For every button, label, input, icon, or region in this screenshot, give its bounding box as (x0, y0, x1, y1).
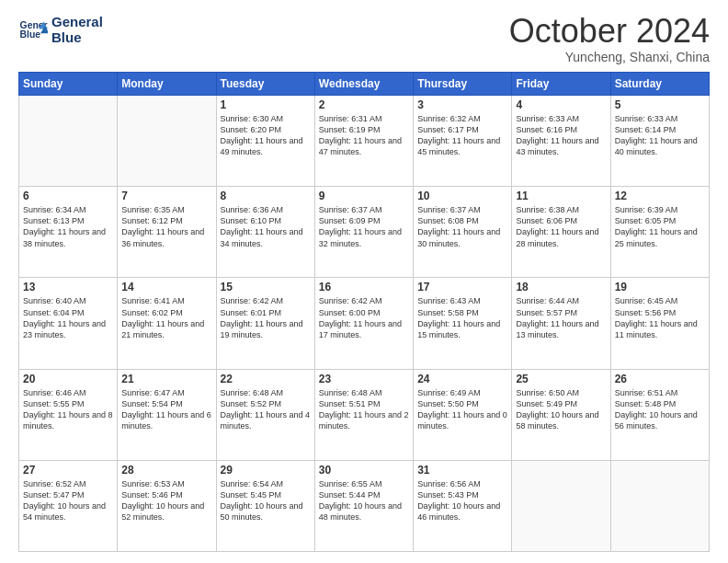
day-number: 11 (516, 190, 606, 202)
calendar-cell: 2Sunrise: 6:31 AM Sunset: 6:19 PM Daylig… (314, 96, 413, 187)
calendar-cell: 21Sunrise: 6:47 AM Sunset: 5:54 PM Dayli… (118, 369, 216, 460)
calendar-week-row: 13Sunrise: 6:40 AM Sunset: 6:04 PM Dayli… (19, 278, 710, 369)
calendar-week-row: 20Sunrise: 6:46 AM Sunset: 5:55 PM Dayli… (19, 369, 710, 460)
day-info: Sunrise: 6:42 AM Sunset: 6:01 PM Dayligh… (221, 295, 311, 340)
calendar-week-row: 27Sunrise: 6:52 AM Sunset: 5:47 PM Dayli… (19, 460, 710, 551)
day-info: Sunrise: 6:55 AM Sunset: 5:44 PM Dayligh… (319, 478, 409, 523)
day-number: 31 (417, 464, 507, 477)
logo: General Blue General Blue (18, 15, 103, 45)
day-number: 24 (417, 373, 507, 385)
calendar-cell: 9Sunrise: 6:37 AM Sunset: 6:09 PM Daylig… (314, 187, 413, 278)
weekday-header-saturday: Saturday (610, 73, 709, 96)
day-info: Sunrise: 6:54 AM Sunset: 5:45 PM Dayligh… (221, 478, 311, 523)
day-number: 1 (221, 98, 311, 111)
day-number: 10 (417, 190, 507, 202)
calendar-cell: 19Sunrise: 6:45 AM Sunset: 5:56 PM Dayli… (610, 278, 709, 369)
day-info: Sunrise: 6:33 AM Sunset: 6:14 PM Dayligh… (615, 113, 705, 158)
day-info: Sunrise: 6:44 AM Sunset: 5:57 PM Dayligh… (516, 295, 606, 340)
day-number: 17 (417, 281, 507, 293)
calendar-cell: 3Sunrise: 6:32 AM Sunset: 6:17 PM Daylig… (414, 96, 512, 187)
calendar-cell: 14Sunrise: 6:41 AM Sunset: 6:02 PM Dayli… (118, 278, 216, 369)
month-title: October 2024 (509, 15, 710, 48)
day-info: Sunrise: 6:46 AM Sunset: 5:55 PM Dayligh… (23, 387, 113, 432)
calendar-cell: 26Sunrise: 6:51 AM Sunset: 5:48 PM Dayli… (610, 369, 709, 460)
calendar-cell: 11Sunrise: 6:38 AM Sunset: 6:06 PM Dayli… (512, 187, 610, 278)
logo-icon: General Blue (18, 16, 48, 45)
calendar-week-row: 6Sunrise: 6:34 AM Sunset: 6:13 PM Daylig… (19, 187, 710, 278)
day-number: 20 (23, 373, 113, 385)
calendar-cell: 15Sunrise: 6:42 AM Sunset: 6:01 PM Dayli… (216, 278, 314, 369)
day-number: 22 (221, 373, 311, 385)
day-number: 19 (615, 281, 705, 293)
calendar-cell: 23Sunrise: 6:48 AM Sunset: 5:51 PM Dayli… (314, 369, 413, 460)
day-info: Sunrise: 6:45 AM Sunset: 5:56 PM Dayligh… (615, 295, 705, 340)
location: Yuncheng, Shanxi, China (509, 50, 710, 64)
calendar-cell: 12Sunrise: 6:39 AM Sunset: 6:05 PM Dayli… (610, 187, 709, 278)
day-info: Sunrise: 6:35 AM Sunset: 6:12 PM Dayligh… (121, 204, 211, 249)
day-number: 16 (319, 281, 409, 293)
day-number: 4 (516, 98, 606, 111)
calendar-cell (610, 460, 709, 551)
day-number: 29 (221, 464, 311, 477)
page: General Blue General Blue October 2024 Y… (0, 0, 728, 563)
day-number: 2 (319, 98, 409, 111)
header: General Blue General Blue October 2024 Y… (18, 15, 710, 64)
calendar-cell: 18Sunrise: 6:44 AM Sunset: 5:57 PM Dayli… (512, 278, 610, 369)
day-info: Sunrise: 6:52 AM Sunset: 5:47 PM Dayligh… (23, 478, 113, 523)
calendar-cell: 29Sunrise: 6:54 AM Sunset: 5:45 PM Dayli… (216, 460, 314, 551)
day-info: Sunrise: 6:36 AM Sunset: 6:10 PM Dayligh… (221, 204, 311, 249)
day-number: 7 (121, 190, 211, 202)
calendar-cell: 22Sunrise: 6:48 AM Sunset: 5:52 PM Dayli… (216, 369, 314, 460)
calendar-cell (118, 96, 216, 187)
day-info: Sunrise: 6:39 AM Sunset: 6:05 PM Dayligh… (615, 204, 705, 249)
calendar-week-row: 1Sunrise: 6:30 AM Sunset: 6:20 PM Daylig… (19, 96, 710, 187)
calendar-cell: 1Sunrise: 6:30 AM Sunset: 6:20 PM Daylig… (216, 96, 314, 187)
calendar-cell: 30Sunrise: 6:55 AM Sunset: 5:44 PM Dayli… (314, 460, 413, 551)
day-number: 6 (23, 190, 113, 202)
day-number: 12 (615, 190, 705, 202)
weekday-header-thursday: Thursday (414, 73, 512, 96)
day-number: 13 (23, 281, 113, 293)
calendar-cell: 28Sunrise: 6:53 AM Sunset: 5:46 PM Dayli… (118, 460, 216, 551)
day-info: Sunrise: 6:34 AM Sunset: 6:13 PM Dayligh… (23, 204, 113, 249)
day-info: Sunrise: 6:47 AM Sunset: 5:54 PM Dayligh… (121, 387, 211, 432)
day-number: 30 (319, 464, 409, 477)
day-info: Sunrise: 6:41 AM Sunset: 6:02 PM Dayligh… (121, 295, 211, 340)
calendar-cell: 20Sunrise: 6:46 AM Sunset: 5:55 PM Dayli… (19, 369, 118, 460)
calendar-cell (19, 96, 118, 187)
calendar-cell: 25Sunrise: 6:50 AM Sunset: 5:49 PM Dayli… (512, 369, 610, 460)
day-info: Sunrise: 6:30 AM Sunset: 6:20 PM Dayligh… (221, 113, 311, 158)
day-info: Sunrise: 6:40 AM Sunset: 6:04 PM Dayligh… (23, 295, 113, 340)
weekday-header-sunday: Sunday (19, 73, 118, 96)
calendar-cell: 5Sunrise: 6:33 AM Sunset: 6:14 PM Daylig… (610, 96, 709, 187)
calendar-cell: 4Sunrise: 6:33 AM Sunset: 6:16 PM Daylig… (512, 96, 610, 187)
day-number: 26 (615, 373, 705, 385)
day-number: 18 (516, 281, 606, 293)
day-info: Sunrise: 6:33 AM Sunset: 6:16 PM Dayligh… (516, 113, 606, 158)
calendar-cell: 24Sunrise: 6:49 AM Sunset: 5:50 PM Dayli… (414, 369, 512, 460)
day-info: Sunrise: 6:43 AM Sunset: 5:58 PM Dayligh… (417, 295, 507, 340)
calendar-cell: 13Sunrise: 6:40 AM Sunset: 6:04 PM Dayli… (19, 278, 118, 369)
calendar-cell: 8Sunrise: 6:36 AM Sunset: 6:10 PM Daylig… (216, 187, 314, 278)
calendar-cell: 17Sunrise: 6:43 AM Sunset: 5:58 PM Dayli… (414, 278, 512, 369)
calendar-cell: 31Sunrise: 6:56 AM Sunset: 5:43 PM Dayli… (414, 460, 512, 551)
weekday-header-tuesday: Tuesday (216, 73, 314, 96)
calendar-table: SundayMondayTuesdayWednesdayThursdayFrid… (18, 72, 710, 552)
day-info: Sunrise: 6:37 AM Sunset: 6:09 PM Dayligh… (319, 204, 409, 249)
day-number: 25 (516, 373, 606, 385)
logo-text: General Blue (51, 15, 103, 45)
day-number: 5 (615, 98, 705, 111)
day-info: Sunrise: 6:51 AM Sunset: 5:48 PM Dayligh… (615, 387, 705, 432)
calendar-cell: 6Sunrise: 6:34 AM Sunset: 6:13 PM Daylig… (19, 187, 118, 278)
day-number: 28 (121, 464, 211, 477)
day-info: Sunrise: 6:56 AM Sunset: 5:43 PM Dayligh… (417, 478, 507, 523)
day-info: Sunrise: 6:31 AM Sunset: 6:19 PM Dayligh… (319, 113, 409, 158)
day-number: 23 (319, 373, 409, 385)
day-number: 27 (23, 464, 113, 477)
day-number: 14 (121, 281, 211, 293)
day-info: Sunrise: 6:50 AM Sunset: 5:49 PM Dayligh… (516, 387, 606, 432)
calendar-cell: 7Sunrise: 6:35 AM Sunset: 6:12 PM Daylig… (118, 187, 216, 278)
weekday-header-wednesday: Wednesday (314, 73, 413, 96)
weekday-header-friday: Friday (512, 73, 610, 96)
day-number: 15 (221, 281, 311, 293)
